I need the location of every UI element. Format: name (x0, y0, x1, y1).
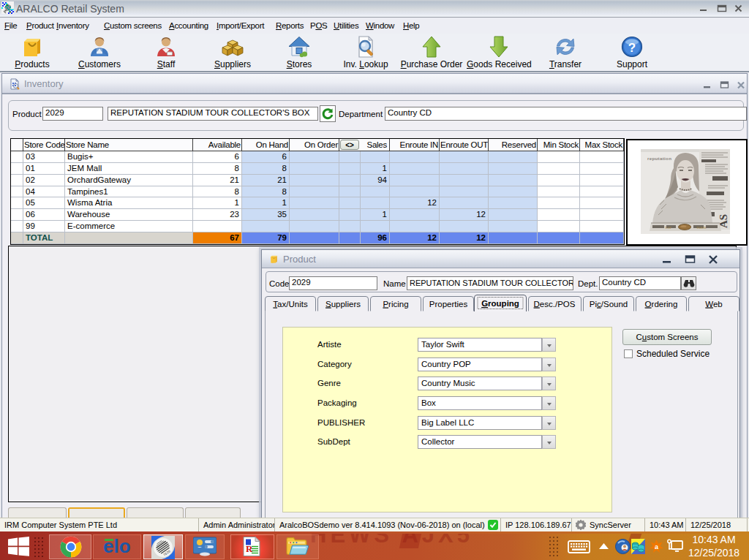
svg-text:Grouping: Grouping (481, 299, 519, 308)
svg-text:?: ? (628, 41, 636, 55)
svg-text:Tax/Units: Tax/Units (273, 300, 308, 309)
svg-text:TOUR: TOUR (696, 226, 707, 230)
svg-text:Pricing: Pricing (383, 300, 408, 309)
svg-text:Ordering: Ordering (645, 300, 678, 309)
svg-text:Web: Web (705, 300, 722, 309)
svg-text:TAY: TAY (665, 226, 672, 230)
svg-text:reputation: reputation (647, 156, 671, 161)
svg-text:Properties: Properties (429, 300, 468, 309)
svg-text:Pic/Sound: Pic/Sound (590, 300, 628, 309)
svg-text:Suppliers: Suppliers (325, 300, 361, 309)
svg-text:Desc./POS: Desc./POS (534, 300, 576, 309)
